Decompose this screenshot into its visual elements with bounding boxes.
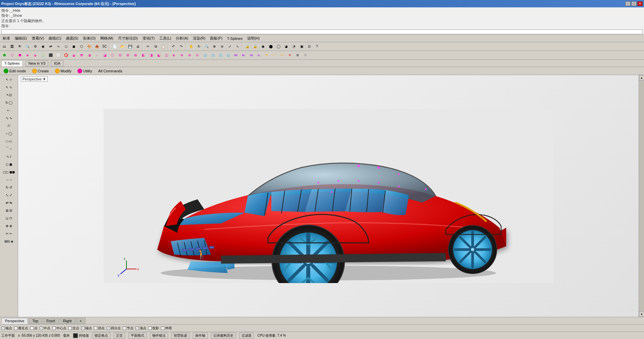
btn-zoomout[interactable]: ⊖ [218, 43, 226, 50]
tab-add[interactable]: + [76, 318, 86, 324]
snap-endpoint2[interactable]: 端点 [81, 326, 92, 331]
btn-render-sphere[interactable]: ⬤ [267, 43, 274, 50]
toolbar-5c[interactable]: 5C [101, 43, 108, 50]
planar-btn[interactable]: 平面模式 [128, 333, 147, 339]
ts-btn2[interactable]: ⬡ [8, 52, 16, 59]
tool-freeform[interactable]: ∿ ⌇ [1, 153, 17, 160]
menu-mesh[interactable]: 网格(M) [98, 35, 115, 42]
ts-btn27[interactable]: ◲ [201, 52, 209, 59]
ortho-btn[interactable]: 正交 [114, 333, 125, 339]
right-scrollbar[interactable]: ▲ ▼ [639, 75, 644, 317]
tool-rotate-view[interactable]: ↻ ◯ [1, 99, 17, 106]
ts-btn24[interactable]: ⊕ [178, 52, 185, 59]
menu-panel[interactable]: 面板(P) [208, 35, 224, 42]
mode-utility[interactable]: Utility [75, 68, 95, 74]
toolbar-workviewconfig[interactable]: ⚙ [32, 43, 39, 50]
snap-endpoint[interactable]: 端点 [1, 326, 12, 331]
viewport-perspective-label[interactable]: Perspective ▼ [21, 76, 48, 82]
menu-edit[interactable]: 编辑(E) [13, 35, 29, 42]
btn-shaded[interactable]: ◕ [282, 43, 290, 50]
ts-btn38[interactable]: ✕ [286, 52, 293, 59]
ts-btn35[interactable]: ⬲ [263, 52, 270, 59]
ts-btn40[interactable]: ⚙ [302, 52, 309, 59]
snap-tangent-cb[interactable] [94, 327, 97, 330]
ts-btn21[interactable]: ⬕ [155, 52, 162, 59]
ts-btn33[interactable]: ⋊ [248, 52, 255, 59]
btn-visible2[interactable]: ◉ [259, 43, 267, 50]
btn-render2[interactable]: ◯ [275, 43, 282, 50]
ts-btn30[interactable]: ◱ [224, 52, 232, 59]
btn-copy[interactable]: ⧉ [152, 43, 159, 50]
btn-help[interactable]: ? [313, 43, 321, 50]
tool-trim[interactable]: ✂ ✁ [1, 230, 17, 237]
btn-save[interactable]: 💾 [126, 43, 134, 50]
btn-redo[interactable]: ↷ [177, 43, 185, 50]
ts-btn36[interactable]: ⬳ [271, 52, 278, 59]
snap-point[interactable]: 点 [30, 326, 38, 331]
btn-lock[interactable]: 🔒 [244, 43, 251, 50]
btn-open[interactable]: 📂 [119, 43, 126, 50]
ts-btn10[interactable]: ◒ [70, 52, 77, 59]
close-button[interactable]: ✕ [637, 1, 643, 6]
tab-iga[interactable]: IGA [51, 60, 63, 66]
smarttrack-btn[interactable]: 智慧轨迹 [171, 333, 190, 339]
color-swatch[interactable] [73, 333, 78, 338]
ts-btn31[interactable]: ⋈ [232, 52, 239, 59]
tool-scale[interactable]: ⤡ ⤢ [1, 191, 17, 199]
tab-perspective[interactable]: Perspective [1, 318, 28, 324]
scroll-up-button[interactable]: ▲ [639, 75, 644, 80]
ts-btn3[interactable]: ⬢ [16, 52, 23, 59]
ts-btn19[interactable]: ◧ [140, 52, 147, 59]
menu-tsplines[interactable]: T-Splines [225, 36, 245, 41]
btn-cut[interactable]: ✂ [144, 43, 152, 50]
ts-btn39[interactable]: ⬟ [294, 52, 301, 59]
toolbar-select[interactable]: 🔍 [24, 43, 31, 50]
ts-btn15[interactable]: ⬠ [109, 52, 116, 59]
ts-btn22[interactable]: ◫ [163, 52, 170, 59]
snap-disable[interactable]: 停用 [161, 326, 172, 331]
toolbar-visible[interactable]: ◉ [39, 43, 47, 50]
menu-dimension[interactable]: 尺寸标注(D) [116, 35, 140, 42]
tab-front[interactable]: Front [43, 318, 59, 324]
ts-btn8[interactable]: ⬜ [55, 52, 62, 59]
scroll-down-button[interactable]: ▼ [639, 312, 644, 317]
tool-explode[interactable]: ⊞⊟ ◈ [1, 238, 17, 245]
viewport[interactable]: Perspective ▼ [18, 75, 639, 317]
toolbar-surfacetool[interactable]: ◻ [62, 43, 70, 50]
grid-snap-btn[interactable]: 锁定格点 [92, 333, 110, 339]
ts-btn9[interactable]: ⭕ [62, 52, 70, 59]
tool-select-arrow[interactable]: ↖ ⊹ [1, 76, 17, 83]
btn-paste[interactable]: 📋 [160, 43, 167, 50]
ts-btn13[interactable]: ⬦ [93, 52, 101, 59]
tab-tsplines[interactable]: T-Splines [1, 60, 23, 66]
btn-new[interactable]: 📄 [111, 43, 118, 50]
tool-move[interactable]: ↔ ↕ [1, 176, 17, 183]
btn-zoomextents[interactable]: ⤢ [226, 43, 233, 50]
mode-all[interactable]: All Commands [96, 68, 125, 74]
ts-btn12[interactable]: ◑ [86, 52, 93, 59]
tool-mirror[interactable]: ⇌ ⇋ [1, 199, 17, 206]
btn-zoomin[interactable]: ⊕ [211, 43, 218, 50]
toolbar-output[interactable]: 📤 [93, 43, 101, 50]
tool-arc[interactable]: ⌒ ⌣ [1, 145, 17, 152]
btn-mode1[interactable]: ▣ [298, 43, 305, 50]
tool-point[interactable]: • ∙ [1, 107, 17, 114]
snap-point-cb[interactable] [30, 327, 34, 330]
snap-intersection[interactable]: 交点 [68, 326, 79, 331]
ts-btn32[interactable]: ⋉ [240, 52, 247, 59]
tool-analysis2[interactable]: ⊕ ⊗ [1, 222, 17, 229]
btn-wire[interactable]: ◔ [290, 43, 298, 50]
tab-right[interactable]: Right [59, 318, 75, 324]
menu-surface[interactable]: 曲面(S) [64, 35, 80, 42]
snap-endpoint-cb[interactable] [1, 327, 5, 330]
snap-project[interactable]: 投影 [148, 326, 159, 331]
tool-rect[interactable]: □ ▭ [1, 137, 17, 145]
tab-top[interactable]: Top [29, 318, 42, 324]
snap-disable-cb[interactable] [161, 327, 164, 330]
btn-print[interactable]: 🖨 [134, 43, 142, 50]
ts-btn18[interactable]: ⊠ [132, 52, 139, 59]
ts-btn26[interactable]: ⊘ [194, 52, 201, 59]
ts-btn11[interactable]: ◓ [78, 52, 85, 59]
btn-rotate[interactable]: ↻ [195, 43, 203, 50]
history-btn[interactable]: 记录建构历史 [211, 333, 236, 339]
